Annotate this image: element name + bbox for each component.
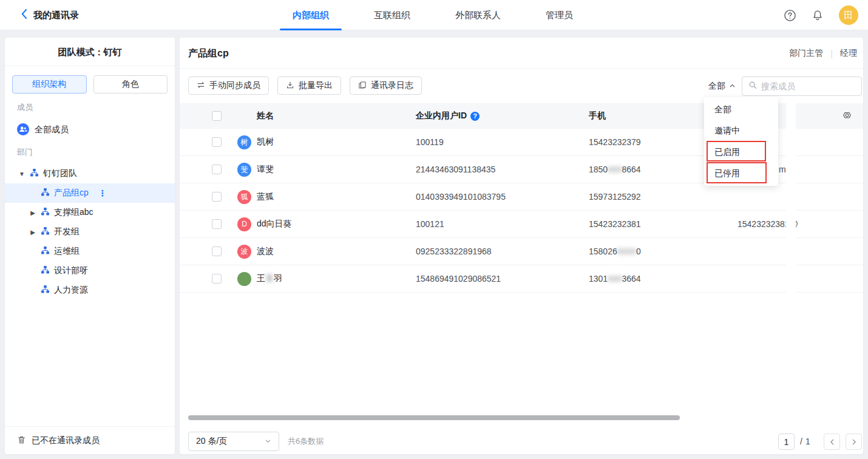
menu-item-all[interactable]: 全部 [704,99,778,120]
table-row[interactable]: 波 波波 0925233322891968 15802688880 [180,238,863,265]
app-screen: 我的通讯录 内部组织 互联组织 外部联系人 管理员 田 团队模式：钉钉 组织架构… [0,0,868,459]
tree-item-support-group[interactable]: ▶ 支撑组abc [5,203,175,222]
divider: | [830,49,833,58]
menu-item-enabled[interactable]: 已启用 [704,141,778,163]
team-mode-title: 团队模式：钉钉 [5,45,175,59]
row-checkbox[interactable] [212,165,222,174]
table-row[interactable]: D dd向日葵 100121 15423232381 15423232381@ [180,211,863,238]
contact-log-button[interactable]: 通讯录日志 [350,76,422,95]
department-icon [41,208,49,217]
member-name: 波波 [257,238,274,265]
department-icon [30,169,38,178]
tree-item-label: 设计部呀 [54,265,88,276]
current-page-input[interactable]: 1 [778,433,795,450]
member-user-id: 21443463091138435 [416,156,495,183]
tab-internal-org[interactable]: 内部组织 [293,0,329,30]
caret-down-icon[interactable]: ▼ [18,171,25,177]
member-email-fragment: m [779,156,786,183]
members-group-icon [17,123,29,137]
members-section-label: 成员 [17,102,175,112]
member-user-id: 100121 [416,211,444,237]
menu-item-disabled[interactable]: 已停用 [704,163,778,184]
tree-item-product-group[interactable]: 产品组cp ⋮ [5,183,175,203]
notification-bell-icon[interactable] [812,9,824,21]
departments-section-label: 部门 [17,147,175,157]
column-header-name: 姓名 [257,103,274,129]
top-tabs: 内部组织 互联组织 外部联系人 管理员 [293,0,573,30]
batch-export-button[interactable]: 批量导出 [277,76,341,95]
tree-item-design-dept[interactable]: 设计部呀 [5,261,175,280]
row-checkbox[interactable] [212,246,222,256]
sync-icon [197,81,205,91]
removed-members-link[interactable]: 已不在通讯录成员 [5,426,175,454]
table-scroll-gutter [786,103,796,297]
column-header-mobile: 手机 [589,103,606,129]
horizontal-scrollbar[interactable] [188,415,680,420]
manager-link[interactable]: 经理 [840,48,857,59]
sidebar: 团队模式：钉钉 组织架构 角色 成员 全部成员 部门 ▼ 钉钉团队 产品组cp … [5,38,175,454]
tab-external-contacts[interactable]: 外部联系人 [455,0,501,30]
avatar: 斐 [237,163,251,177]
column-settings-icon[interactable] [842,110,852,123]
row-checkbox[interactable] [212,274,222,284]
page-ratio: / 1 [800,432,810,451]
next-page-button[interactable] [846,433,862,450]
column-header-user-id: 企业内用户ID [416,110,467,121]
avatar: 波 [237,245,251,259]
tree-item-label: 支撑组abc [54,207,93,218]
department-icon [41,227,49,237]
row-checkbox[interactable] [212,219,222,229]
help-question-badge-icon[interactable]: ? [470,112,480,121]
back-button[interactable]: 我的通讯录 [21,0,79,30]
status-filter-dropdown[interactable]: 全部 [708,76,736,96]
top-bar: 我的通讯录 内部组织 互联组织 外部联系人 管理员 田 [0,0,868,30]
tree-item-label: 人力资源 [54,285,88,296]
member-user-id: 0140393949101083795 [416,183,506,210]
member-name: 王某羽 [257,265,282,292]
prev-page-button[interactable] [824,433,840,450]
user-avatar[interactable]: 田 [839,5,858,25]
dept-manager-link[interactable]: 部门主管 [789,48,823,59]
tab-connected-org[interactable]: 互联组织 [374,0,410,30]
help-icon[interactable] [784,9,796,22]
caret-right-icon[interactable]: ▶ [29,209,36,216]
search-input[interactable] [761,81,868,91]
total-pages-label: 1 [805,432,810,451]
select-all-checkbox[interactable] [212,111,222,121]
caret-right-icon[interactable]: ▶ [29,229,36,236]
manual-sync-button[interactable]: 手动同步成员 [188,76,269,95]
department-icon [41,285,49,295]
tree-item-dev-group[interactable]: ▶ 开发组 [5,222,175,242]
tree-item-ops-group[interactable]: 运维组 [5,242,175,261]
tab-admins[interactable]: 管理员 [546,0,573,30]
member-user-id: 100119 [416,129,444,155]
download-icon [286,81,294,91]
trash-icon [17,435,26,446]
avatar [237,272,251,286]
topbar-actions: 田 [784,0,858,30]
tree-item-hr[interactable]: 人力资源 [5,280,175,300]
sidebar-toggle: 组织架构 角色 [12,75,168,93]
org-structure-button[interactable]: 组织架构 [12,75,87,93]
more-actions-icon[interactable]: ⋮ [98,188,107,198]
row-checkbox[interactable] [212,192,222,202]
member-search [742,76,862,96]
removed-members-label: 已不在通讯录成员 [32,435,100,446]
member-phone: 18508888664 [589,156,641,183]
table-row[interactable]: 王某羽 154869491029086521 13018883664 [180,265,863,293]
row-checkbox[interactable] [212,137,222,147]
chevron-down-icon [265,437,271,446]
menu-item-inviting[interactable]: 邀请中 [704,120,778,141]
member-phone: 15423232381 [589,211,641,237]
member-name: 蓝狐 [257,183,274,210]
page-size-select[interactable]: 20 条/页 [188,432,279,451]
sidebar-item-all-members[interactable]: 全部成员 [5,124,175,136]
divider [5,66,175,66]
chevron-up-icon [729,81,736,91]
tree-item-dingding-team[interactable]: ▼ 钉钉团队 [5,164,175,183]
roles-button[interactable]: 角色 [93,75,168,93]
manual-sync-label: 手动同步成员 [209,80,260,91]
page-size-value: 20 条/页 [196,436,227,447]
toolbar: 手动同步成员 批量导出 通讯录日志 [188,76,422,96]
table-row[interactable]: 狐 蓝狐 0140393949101083795 15973125292 [180,183,863,211]
